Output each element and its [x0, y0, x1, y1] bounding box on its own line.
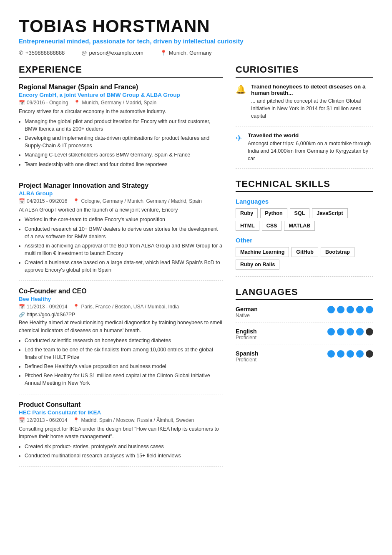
- curiosity-2-content: Travelled the world Amongst other trips:…: [248, 132, 373, 162]
- dot-0-3: [356, 306, 364, 313]
- curiosities-title: CURIOSITIES: [236, 64, 373, 78]
- divider-1: [19, 175, 223, 175]
- curiosities-section: CURIOSITIES 🔔 Trained honeybees to detec…: [236, 64, 373, 169]
- job-3-bullet-3: Defined Bee Healthty's value proposition…: [25, 363, 223, 370]
- job-4-desc: Consulting project for IKEA under the de…: [19, 425, 223, 441]
- job-4-bullet-1: Created six product- stories, prototype'…: [25, 443, 223, 450]
- job-4-company: HEC Paris Consultant for IKEA: [19, 409, 223, 416]
- job-4-location: 📍 Madrid, Spain / Moscow, Russia / Älmhu…: [73, 417, 194, 423]
- job-2-bullets: Worked in the core-team to define Encory…: [19, 216, 223, 274]
- job-3: Co-Founder and CEO Bee Healthy 📅 11/2013…: [19, 288, 223, 387]
- skills-divider: [236, 276, 373, 277]
- job-3-bullet-2: Led the team to be one of the six finali…: [25, 346, 223, 361]
- skill-tag-lang: MATLAB: [284, 221, 315, 231]
- dot-1-4: [366, 328, 373, 336]
- divider-2: [19, 280, 223, 281]
- job-1-company: Encory GmbH, a joint Venture of BMW Grou…: [19, 92, 223, 98]
- experience-section: EXPERIENCE Regional Manager (Spain and F…: [19, 64, 223, 467]
- skill-tag-lang: HTML: [236, 221, 259, 231]
- skill-tag-other: Ruby on Rails: [236, 260, 279, 270]
- name-heading: TOBIAS HORSTMANN: [19, 17, 373, 36]
- job-3-dates: 📅 11/2013 - 09/2014: [19, 304, 67, 310]
- lang-name-2: Spanish: [236, 350, 258, 357]
- dot-0-4: [366, 306, 373, 313]
- skill-tag-other: Bootstrap: [321, 247, 354, 257]
- job-1-desc: Encory strives for a circular economy in…: [19, 108, 223, 116]
- job-4-dates: 📅 12/2013 - 06/2014: [19, 417, 67, 423]
- job-2-dates: 📅 04/2015 - 09/2016: [19, 198, 67, 204]
- email-value: person@example.com: [89, 50, 143, 56]
- job-1-location: 📍 Munich, Germany / Madrid, Spain: [74, 100, 156, 106]
- job-1-title: Regional Manager (Spain and France): [19, 83, 223, 91]
- curiosity-1-text: ... and pitched the concept at the Clint…: [251, 97, 373, 120]
- contact-row: ✆ +359888888888 @ person@example.com 📍 M…: [19, 50, 373, 56]
- job-1-meta: 📅 09/2016 - Ongoing 📍 Munich, Germany / …: [19, 100, 223, 106]
- phone-contact: ✆ +359888888888: [19, 50, 65, 56]
- lang-dots-0: [327, 306, 373, 313]
- calendar-icon-1: 📅: [19, 100, 25, 106]
- curiosity-2-icon: ✈: [236, 133, 243, 162]
- experience-title: EXPERIENCE: [19, 64, 223, 78]
- pin-icon-1: 📍: [74, 100, 80, 106]
- left-column: EXPERIENCE Regional Manager (Spain and F…: [19, 64, 223, 477]
- job-2-bullet-4: Created a business case based on a large…: [25, 259, 223, 274]
- languages-section: LANGUAGES GermanNativeEnglishProficientS…: [236, 287, 373, 367]
- job-1-bullets: Managing the global pilot and product it…: [19, 118, 223, 168]
- curiosity-2: ✈ Travelled the world Amongst other trip…: [236, 132, 373, 169]
- job-2-bullet-3: Assisted in achieving an approval of the…: [25, 242, 223, 257]
- lang-level-2: Proficient: [236, 357, 258, 363]
- job-3-title: Co-Founder and CEO: [19, 288, 223, 295]
- lang-dots-1: [327, 328, 373, 336]
- email-contact: @ person@example.com: [81, 50, 143, 56]
- job-2-meta: 📅 04/2015 - 09/2016 📍 Cologne, Germany /…: [19, 198, 223, 204]
- calendar-icon-3: 📅: [19, 304, 25, 310]
- languages-tags: RubyPythonSQLJavaScriptHTMLCSSMATLAB: [236, 208, 373, 231]
- skill-tag-lang: Python: [260, 208, 287, 218]
- other-category-title: Other: [236, 237, 373, 244]
- dot-1-0: [327, 328, 335, 336]
- job-2-bullet-2: Conducted research at 10+ BMW dealers to…: [25, 225, 223, 240]
- languages-title: LANGUAGES: [236, 287, 373, 300]
- job-2-desc: At ALBA Group I worked on the launch of …: [19, 206, 223, 214]
- lang-level-1: Proficient: [236, 335, 257, 341]
- curiosity-1: 🔔 Trained honeybees to detect diseases o…: [236, 83, 373, 126]
- lang-dots-2: [327, 350, 373, 358]
- skill-tag-lang: CSS: [262, 221, 282, 231]
- pin-icon-4: 📍: [73, 417, 79, 423]
- dot-1-3: [356, 328, 364, 336]
- link-icon-3: 🔗: [19, 312, 25, 318]
- technical-skills-title: TECHNICAL SKILLS: [236, 179, 373, 192]
- technical-skills-section: TECHNICAL SKILLS Languages RubyPythonSQL…: [236, 179, 373, 277]
- job-4: Product Consultant HEC Paris Consultant …: [19, 401, 223, 460]
- job-4-meta: 📅 12/2013 - 06/2014 📍 Madrid, Spain / Mo…: [19, 417, 223, 423]
- job-2-company: ALBA Group: [19, 190, 223, 197]
- pin-icon-3: 📍: [73, 304, 79, 310]
- dot-2-0: [327, 350, 335, 358]
- job-3-bullet-4: Pitched Bee Healthy for US $1 million se…: [25, 372, 223, 387]
- tagline: Entrepreneurial minded, passionate for t…: [19, 38, 373, 45]
- job-4-bullet-2: Conducted multinational research analyse…: [25, 452, 223, 459]
- job-2: Project Manager Innovation and Strategy …: [19, 182, 223, 274]
- job-1-bullet-3: Managing C-Level stakeholders across BMW…: [25, 151, 223, 159]
- pin-icon-2: 📍: [73, 198, 79, 204]
- lang-name-0: German: [236, 306, 258, 313]
- job-2-title: Project Manager Innovation and Strategy: [19, 182, 223, 189]
- dot-0-1: [337, 306, 344, 313]
- dot-0-0: [327, 306, 335, 313]
- right-column: CURIOSITIES 🔔 Trained honeybees to detec…: [236, 64, 373, 477]
- job-1-dates: 📅 09/2016 - Ongoing: [19, 100, 68, 106]
- divider-4: [19, 466, 223, 467]
- job-4-bullets: Created six product- stories, prototype'…: [19, 443, 223, 459]
- job-3-url: 🔗 https://goo.gl/dS67PP: [19, 312, 223, 318]
- dot-1-1: [337, 328, 344, 336]
- dot-2-1: [337, 350, 344, 358]
- header: TOBIAS HORSTMANN Entrepreneurial minded,…: [19, 17, 373, 56]
- location-value: Munich, Germany: [169, 50, 212, 56]
- job-3-company: Bee Healthy: [19, 296, 223, 302]
- location-icon: 📍: [160, 50, 167, 56]
- job-2-location: 📍 Cologne, Germany / Munich, Germany / M…: [73, 198, 201, 204]
- job-1-bullet-1: Managing the global pilot and product it…: [25, 118, 223, 133]
- lang-level-0: Native: [236, 313, 258, 318]
- job-2-bullet-1: Worked in the core-team to define Encory…: [25, 216, 223, 223]
- job-3-bullets: Conducted scientific research on honeybe…: [19, 337, 223, 387]
